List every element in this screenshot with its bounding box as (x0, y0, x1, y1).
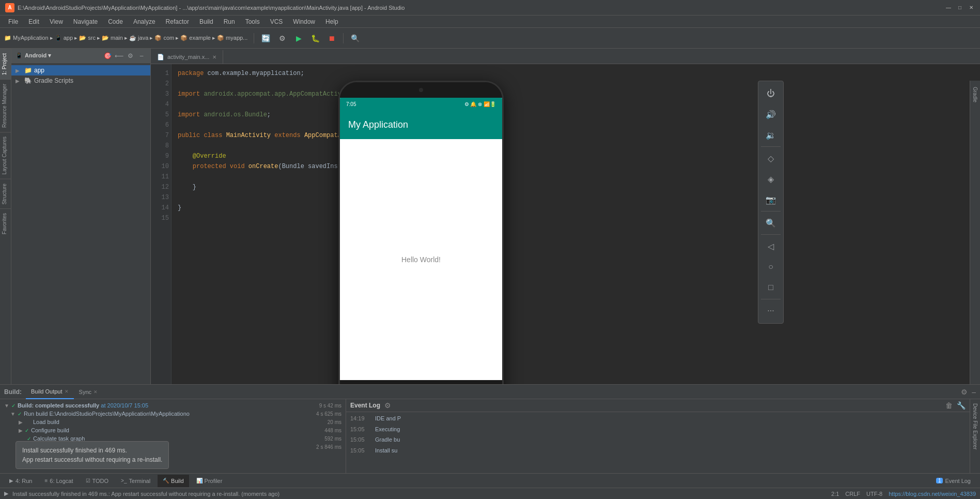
build-expand-configure[interactable]: ▶ (19, 428, 23, 433)
code-editor[interactable]: package com.example.myapplication; impor… (172, 64, 980, 384)
run-icon: ▶ (9, 478, 13, 483)
bottom-tab-settings[interactable]: ⚙ – (961, 388, 976, 396)
device-file-explorer-label[interactable]: Device File Explorer (971, 399, 979, 453)
em-screenshot-btn[interactable]: ◈ (761, 170, 780, 188)
bottom-tab-build-output[interactable]: Build Output ✕ (26, 385, 74, 399)
sync-button[interactable]: 🔄 (258, 31, 273, 46)
em-camera-btn[interactable]: 📷 (761, 190, 780, 209)
bottom-tab-sync[interactable]: Sync ✕ (74, 385, 103, 399)
menu-view[interactable]: View (45, 17, 67, 26)
code-content: 1 2 3 4 5 6 7 8 9 10 11 12 13 14 15 pack… (151, 64, 980, 384)
build-text-run: Run build E:\AndroidStudioProjects\MyApp… (24, 411, 190, 417)
build-output-close[interactable]: ✕ (65, 389, 69, 394)
em-vol-up-btn[interactable]: 🔊 (761, 105, 780, 124)
em-power-btn[interactable]: ⏻ (761, 84, 780, 103)
el-time-2: 15:05 (350, 425, 371, 434)
status-charset[interactable]: UTF-8 (866, 491, 882, 497)
maximize-button[interactable]: □ (956, 4, 963, 11)
menu-file[interactable]: File (4, 17, 22, 26)
search-button[interactable]: 🔍 (348, 31, 362, 46)
sync-close[interactable]: ✕ (94, 389, 98, 395)
em-back-btn[interactable]: ◁ (761, 237, 780, 255)
status-url[interactable]: https://blog.csdn.net/weixin_43839 (889, 491, 976, 497)
title-bar-text: E:\Android\AndroidStudioProjects\MyAppli… (18, 5, 405, 11)
line-num-14: 14 (153, 203, 169, 213)
event-log-panel: Event Log ⚙ 🗑 🔧 14:19 IDE and P 15:05 Ex… (346, 399, 970, 473)
menu-run[interactable]: Run (220, 17, 239, 26)
em-more-btn[interactable]: ··· (761, 301, 780, 320)
project-locate-btn[interactable]: 🎯 (103, 51, 112, 61)
em-vol-down-btn[interactable]: 🔉 (761, 126, 780, 144)
menu-navigate[interactable]: Navigate (69, 17, 102, 26)
menu-code[interactable]: Code (104, 17, 127, 26)
minimize-button[interactable]: — (945, 4, 952, 11)
menu-build[interactable]: Build (195, 17, 217, 26)
editor-tab-layout[interactable]: 📄 activity_main.x... ✕ (151, 50, 223, 64)
sidebar-tab-project[interactable]: 1: Project (0, 49, 11, 79)
status-crlf[interactable]: CRLF (845, 491, 860, 497)
el-wrench-icon[interactable]: 🔧 (957, 401, 966, 410)
gradle-tab[interactable]: Gradle (971, 83, 979, 107)
menu-analyze[interactable]: Analyze (129, 17, 160, 26)
debug-button[interactable]: 🐛 (308, 31, 322, 46)
sidebar-tab-layout[interactable]: Layout Captures (0, 132, 11, 178)
build-expand-run[interactable]: ▼ (10, 411, 15, 417)
tool-tab-profiler[interactable]: 📊 Profiler (191, 475, 228, 487)
run-button[interactable]: ▶ (291, 31, 306, 46)
sidebar-tab-structure[interactable]: Structure (0, 179, 11, 209)
tool-tab-run[interactable]: ▶ 4: Run (4, 475, 37, 487)
project-settings-btn[interactable]: ⚙ (126, 51, 135, 61)
build-text-configure: Configure build (31, 427, 69, 433)
el-settings-icon[interactable]: ⚙ (384, 401, 391, 410)
tool-tab-logcat[interactable]: ≡ 6: Logcat (39, 475, 78, 487)
collapse-icon[interactable]: – (972, 388, 976, 396)
build-item-root[interactable]: ▼ ✓ Build: completed successfully at 202… (0, 401, 346, 410)
el-text-4: Install su (375, 446, 397, 455)
settings-icon[interactable]: ⚙ (961, 388, 968, 396)
event-log-tab[interactable]: 1 Event Log (931, 475, 976, 487)
el-entry-4: 15:05 Install su (350, 446, 966, 455)
tool-tab-terminal[interactable]: >_ Terminal (116, 475, 155, 487)
status-cursor[interactable]: 2:1 (831, 491, 839, 497)
em-recents-btn[interactable]: □ (761, 278, 780, 297)
event-log-title: Event Log (350, 402, 380, 409)
build-check-run: ✓ (18, 411, 22, 417)
menu-help[interactable]: Help (321, 17, 343, 26)
build-expand-root[interactable]: ▼ (4, 403, 9, 409)
menu-vcs[interactable]: VCS (266, 17, 287, 26)
menu-window[interactable]: Window (289, 17, 319, 26)
project-minimize-btn[interactable]: – (137, 51, 146, 61)
tab-close-xml[interactable]: ✕ (212, 54, 216, 60)
gradle-sidebar: Gradle (970, 81, 980, 384)
phone-nav-bar[interactable]: ◀ ● ■ (340, 380, 502, 384)
phone-screen[interactable]: 7:05 ⚙ 🔔 ⊗ 📶🔋 My Application Hello World… (340, 98, 502, 380)
tree-item-gradle[interactable]: ▶ 🐘 Gradle Scripts (11, 75, 150, 86)
emulator-controls: ⏻ 🔊 🔉 ◇ ◈ 📷 🔍 ◁ ○ □ ··· (758, 81, 784, 324)
em-home-btn[interactable]: ○ (761, 258, 780, 276)
el-trash-icon[interactable]: 🗑 (945, 401, 953, 410)
sidebar-tab-resource[interactable]: Resource Manager (0, 79, 11, 132)
em-rotate-btn[interactable]: ◇ (761, 149, 780, 168)
phone-top-bar (340, 82, 502, 98)
line-num-3: 3 (153, 89, 169, 99)
build-expand-load[interactable]: ▶ (19, 419, 23, 425)
build-item-configure[interactable]: ▶ ✓ Configure build 448 ms (0, 426, 346, 434)
em-zoom-btn[interactable]: 🔍 (761, 214, 780, 232)
close-button[interactable]: ✕ (968, 4, 975, 11)
line-num-6: 6 (153, 120, 169, 130)
menu-tools[interactable]: Tools (241, 17, 264, 26)
project-collapse-btn[interactable]: ⟵ (114, 51, 123, 61)
menu-edit[interactable]: Edit (24, 17, 43, 26)
menu-refactor[interactable]: Refactor (162, 17, 193, 26)
stop-button[interactable]: ⏹ (324, 31, 339, 46)
sidebar-tab-favorites[interactable]: Favorites (0, 208, 11, 238)
tree-item-app[interactable]: ▶ 📁 app (11, 65, 150, 75)
tree-label-gradle: Gradle Scripts (34, 77, 73, 84)
tool-tab-build[interactable]: 🔨 Build (158, 475, 189, 487)
build-item-load[interactable]: ▶ Load build 20 ms (0, 418, 346, 426)
em-sep1 (761, 146, 781, 147)
settings-button[interactable]: ⚙ (275, 31, 289, 46)
tool-tab-todo[interactable]: ☑ TODO (81, 475, 114, 487)
build-text-root: Build: completed successfully at 2020/10… (18, 402, 148, 409)
build-item-run[interactable]: ▼ ✓ Run build E:\AndroidStudioProjects\M… (0, 410, 346, 418)
